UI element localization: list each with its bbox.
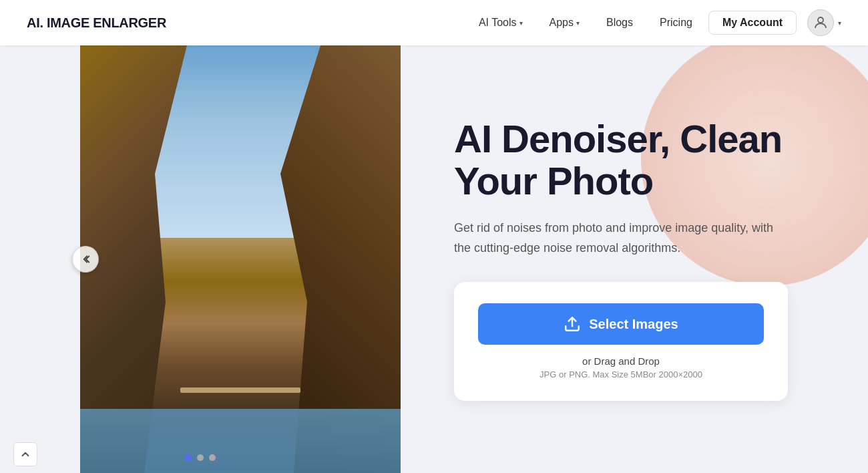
nav-item-pricing[interactable]: Pricing xyxy=(649,11,703,34)
avatar-wrapper: ▾ xyxy=(802,9,841,36)
file-hint: JPG or PNG. Max Size 5MBor 2000×2000 xyxy=(478,369,764,379)
nav-item-apps[interactable]: Apps ▾ xyxy=(539,11,590,34)
slider-dot-1[interactable] xyxy=(185,454,192,461)
slider-dot-3[interactable] xyxy=(209,454,216,461)
chevron-down-icon: ▾ xyxy=(576,19,580,27)
site-logo[interactable]: AI. IMAGE ENLARGER xyxy=(27,15,166,31)
nav-apps-label: Apps xyxy=(550,17,574,29)
hero-description: Get rid of noises from photo and improve… xyxy=(454,218,775,258)
chevron-down-icon: ▾ xyxy=(519,19,523,27)
nav-item-ai-tools[interactable]: AI Tools ▾ xyxy=(468,11,533,34)
nav-blogs-label: Blogs xyxy=(606,17,633,29)
image-section xyxy=(0,45,401,473)
nav-item-blogs[interactable]: Blogs xyxy=(596,11,644,34)
scroll-up-button[interactable] xyxy=(13,442,37,466)
nav-links: AI Tools ▾ Apps ▾ Blogs Pricing My Accou… xyxy=(468,9,841,36)
upload-box: Select Images or Drag and Drop JPG or PN… xyxy=(454,282,788,401)
hero-image xyxy=(80,45,401,473)
right-inner: AI Denoiser, Clean Your Photo Get rid of… xyxy=(454,118,828,402)
main-content: AI Denoiser, Clean Your Photo Get rid of… xyxy=(0,45,868,473)
navbar: AI. IMAGE ENLARGER AI Tools ▾ Apps ▾ Blo… xyxy=(0,0,868,45)
slider-dot-2[interactable] xyxy=(197,454,204,461)
select-images-button[interactable]: Select Images xyxy=(478,303,764,345)
avatar[interactable] xyxy=(807,9,834,36)
select-images-label: Select Images xyxy=(589,317,678,332)
bridge xyxy=(180,387,300,393)
slider-dots xyxy=(185,454,216,461)
drag-drop-text: or Drag and Drop xyxy=(478,355,764,367)
avatar-chevron-icon: ▾ xyxy=(838,19,841,27)
hero-title-line2: Your Photo xyxy=(454,159,653,202)
nav-ai-tools-label: AI Tools xyxy=(479,17,517,29)
svg-point-0 xyxy=(818,17,823,23)
upload-icon xyxy=(564,315,581,333)
hero-title: AI Denoiser, Clean Your Photo xyxy=(454,118,828,203)
right-content: AI Denoiser, Clean Your Photo Get rid of… xyxy=(401,45,868,473)
my-account-button[interactable]: My Account xyxy=(708,11,797,35)
slider-prev-button[interactable] xyxy=(72,246,99,273)
hero-title-line1: AI Denoiser, Clean xyxy=(454,117,782,160)
water-bg xyxy=(80,409,401,473)
nav-pricing-label: Pricing xyxy=(660,17,692,29)
